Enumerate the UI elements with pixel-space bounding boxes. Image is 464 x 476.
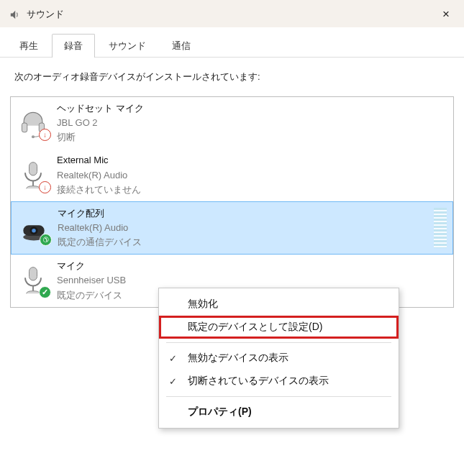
menu-separator xyxy=(166,342,391,343)
device-row[interactable]: ヘッドセット マイク JBL GO 2 切断 xyxy=(11,97,453,149)
device-text: External Mic Realtek(R) Audio 接続されていません xyxy=(57,153,446,196)
device-row-selected[interactable]: マイク配列 Realtek(R) Audio 既定の通信デバイス xyxy=(11,201,453,255)
menu-show-disabled[interactable]: 無効なデバイスの表示 xyxy=(159,347,399,370)
speaker-icon xyxy=(9,9,21,21)
tab-communication[interactable]: 通信 xyxy=(160,34,203,58)
tab-content: 次のオーディオ録音デバイスがインストールされています: ヘッドセット マイク J… xyxy=(0,58,464,318)
device-text: マイク配列 Realtek(R) Audio 既定の通信デバイス xyxy=(58,206,445,250)
menu-disable[interactable]: 無効化 xyxy=(159,293,399,316)
menu-properties[interactable]: プロパティ(P) xyxy=(159,401,399,424)
tab-playback[interactable]: 再生 xyxy=(7,34,50,58)
status-badge-disconnected xyxy=(39,129,51,141)
device-title: マイク配列 xyxy=(58,206,445,221)
headset-icon xyxy=(17,106,50,139)
svg-rect-3 xyxy=(29,162,37,175)
device-title: マイク xyxy=(57,259,446,273)
context-menu: 無効化 既定のデバイスとして設定(D) 無効なデバイスの表示 切断されているデバ… xyxy=(158,288,399,429)
device-list: ヘッドセット マイク JBL GO 2 切断 External Mic Real… xyxy=(10,96,454,308)
device-title: External Mic xyxy=(57,153,446,168)
prompt-text: 次のオーディオ録音デバイスがインストールされています: xyxy=(10,70,454,83)
tab-recording[interactable]: 録音 xyxy=(52,34,95,58)
menu-set-default[interactable]: 既定のデバイスとして設定(D) xyxy=(159,316,399,339)
svg-rect-0 xyxy=(22,123,27,132)
device-status: 既定の通信デバイス xyxy=(58,235,445,250)
status-badge-default xyxy=(39,286,51,298)
device-subtitle: Sennheiser USB xyxy=(57,273,446,288)
window-title: サウンド xyxy=(27,8,64,21)
device-title: ヘッドセット マイク xyxy=(57,101,446,116)
svg-rect-9 xyxy=(29,267,37,280)
svg-point-2 xyxy=(32,135,35,138)
device-subtitle: JBL GO 2 xyxy=(57,116,446,130)
standmic-icon xyxy=(17,159,50,192)
device-subtitle: Realtek(R) Audio xyxy=(57,168,446,183)
device-row[interactable]: External Mic Realtek(R) Audio 接続されていません xyxy=(11,149,453,201)
device-subtitle: Realtek(R) Audio xyxy=(58,221,445,235)
close-button[interactable]: × xyxy=(438,6,454,23)
tab-strip: 再生 録音 サウンド 通信 xyxy=(0,27,464,58)
titlebar: サウンド × xyxy=(0,0,464,27)
device-status: 接続されていません xyxy=(57,183,446,197)
device-text: ヘッドセット マイク JBL GO 2 切断 xyxy=(57,101,446,145)
standmic-icon xyxy=(17,264,50,297)
menu-show-disconnected[interactable]: 切断されているデバイスの表示 xyxy=(159,370,399,393)
menu-separator xyxy=(166,396,391,397)
level-meter xyxy=(434,208,447,248)
device-status: 切断 xyxy=(57,130,446,145)
titlebar-left: サウンド xyxy=(9,8,64,21)
webcam-icon xyxy=(17,211,50,244)
tab-sound[interactable]: サウンド xyxy=(96,34,158,58)
svg-point-8 xyxy=(32,229,36,233)
status-badge-comm-default xyxy=(40,234,52,246)
status-badge-disconnected xyxy=(39,181,51,193)
